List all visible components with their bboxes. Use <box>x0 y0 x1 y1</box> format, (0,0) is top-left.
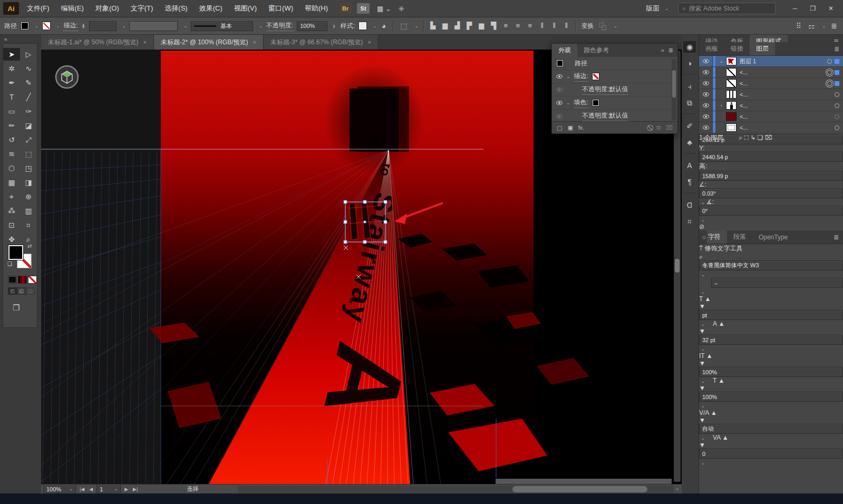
stroke-weight-field[interactable] <box>89 21 117 31</box>
pathfinder-panel-icon[interactable]: ⧉ <box>683 97 696 109</box>
distribute-v-center-icon[interactable]: ≡ <box>514 22 521 30</box>
menu-item-1[interactable]: 编辑(E) <box>55 0 90 17</box>
visibility-eye-icon[interactable] <box>556 114 563 119</box>
glyphs-panel-icon[interactable]: Ɑ <box>683 199 696 211</box>
panel-menu-icon[interactable]: ≣ <box>668 47 673 54</box>
symbol-sprayer-tool[interactable]: ⁂ <box>3 205 20 217</box>
horizontal-scrollbar[interactable] <box>238 486 673 493</box>
kerning-field[interactable]: 自动 <box>699 424 843 434</box>
layer-visibility-icon[interactable] <box>703 92 709 96</box>
pen-tool[interactable]: ✒ <box>3 76 20 89</box>
default-fill-stroke-icon[interactable]: ❏ <box>7 261 12 267</box>
panel-scrollbar[interactable] <box>672 59 676 121</box>
target-circle-icon[interactable] <box>835 125 839 130</box>
perspective-grid-widget[interactable] <box>56 66 78 88</box>
layer-row-1[interactable]: <... <box>699 67 843 78</box>
visibility-eye-icon[interactable] <box>556 101 563 105</box>
layer-row-3[interactable]: <... <box>699 89 843 100</box>
tab-layers[interactable]: 图层 <box>750 42 775 55</box>
type-tool[interactable]: T <box>3 91 20 103</box>
layer-row-0[interactable]: ⌄图层 1 <box>699 56 843 67</box>
draw-behind-button[interactable]: ◱ <box>17 287 26 295</box>
share-icon[interactable]: ⁜ <box>399 5 404 13</box>
fill-attr-swatch[interactable] <box>592 99 599 106</box>
none-mode-button[interactable] <box>28 276 37 284</box>
collapse-panel-icon[interactable]: » <box>661 47 664 54</box>
tab-links[interactable]: 链接 <box>724 42 750 55</box>
opacity-field[interactable]: 100% <box>297 21 327 31</box>
search-input[interactable]: ⌕ 搜索 Adobe Stock <box>678 3 776 14</box>
menu-item-5[interactable]: 效果(C) <box>193 0 228 17</box>
rectangle-tool[interactable]: ▭ <box>3 105 20 118</box>
next-artboard-icon[interactable]: ▶ <box>123 487 129 492</box>
visibility-eye-icon[interactable] <box>556 88 563 92</box>
menu-item-0[interactable]: 文件(F) <box>21 0 55 17</box>
fill-attr-label[interactable]: 填色: <box>574 98 588 108</box>
close-tab-icon[interactable]: × <box>143 39 147 45</box>
layer-visibility-icon[interactable] <box>703 59 709 63</box>
gradient-panel-icon[interactable]: ◑ <box>683 57 696 69</box>
fill-stroke-control[interactable]: ⇄ ❏ <box>8 245 33 269</box>
opacity-expand-icon[interactable]: › <box>331 22 337 30</box>
align-bottom-icon[interactable]: ▜ <box>490 22 497 30</box>
hand-tool[interactable]: ✥ <box>3 233 20 246</box>
mesh-tool[interactable]: ▦ <box>3 176 20 189</box>
document-tab-3[interactable]: 未标题-3* @ 66.67% (RGB/预览)× <box>264 35 379 50</box>
gradient-tool[interactable]: ◨ <box>20 176 37 189</box>
horizontal-scrollbar-thumb[interactable] <box>512 486 647 492</box>
menu-item-6[interactable]: 视图(V) <box>228 0 263 17</box>
variable-width-select[interactable] <box>129 21 178 31</box>
layer-visibility-icon[interactable] <box>703 114 709 119</box>
layer-row-6[interactable]: <... <box>699 122 843 133</box>
recolor-artwork-icon[interactable]: ◕ <box>380 22 387 30</box>
chevron-down-icon[interactable]: ⌄ <box>566 100 570 105</box>
fill-swatch[interactable] <box>21 22 29 30</box>
free-transform-tool[interactable]: ⬚ <box>20 148 37 160</box>
align-h-center-icon[interactable]: ▆ <box>441 22 449 30</box>
first-artboard-icon[interactable]: |◀ <box>79 487 85 492</box>
layer-name[interactable]: <... <box>740 102 748 109</box>
layer-row-5[interactable]: <... <box>699 111 843 122</box>
tracking-field[interactable]: 0 <box>699 449 843 459</box>
arrange-documents-icon[interactable]: ▦ ⌄ <box>377 5 391 13</box>
eyedropper-tool[interactable]: ⌖ <box>3 190 20 203</box>
artboard-tool[interactable]: ⊡ <box>3 219 20 231</box>
constrain-proportions-icon[interactable]: ⊘ <box>699 223 704 230</box>
magic-wand-tool[interactable]: ✲ <box>3 62 20 75</box>
align-panel-icon[interactable]: ⫞ <box>683 81 696 92</box>
tab-color-guide[interactable]: 颜色参考 <box>577 44 615 57</box>
add-stroke-icon[interactable]: ▢ <box>557 124 562 131</box>
fill-color-well[interactable] <box>8 245 23 260</box>
selection-tool[interactable]: ➤ <box>3 48 20 61</box>
layer-name[interactable]: <... <box>740 124 748 131</box>
shear-field[interactable]: 0° <box>699 206 843 216</box>
close-button[interactable]: ✕ <box>822 2 840 15</box>
zoom-level-field[interactable]: 100%⌄ <box>43 484 76 494</box>
workspace-grid-icon[interactable]: ⠿ <box>794 22 803 30</box>
selection-indicator[interactable] <box>835 70 839 75</box>
new-sublayer-icon[interactable]: ↳ <box>750 134 755 141</box>
panel-dock-icon[interactable]: ⚏ <box>807 22 817 30</box>
fill-opacity-label[interactable]: 不透明度:默认值 <box>582 111 628 121</box>
font-size-field[interactable]: pt <box>699 310 843 320</box>
stroke-attr-swatch[interactable] <box>592 73 599 80</box>
align-right-icon[interactable]: ▟ <box>453 22 461 30</box>
paragraph-styles-panel-icon[interactable]: ¶ <box>683 176 696 188</box>
tab-artboards[interactable]: 画板 <box>699 42 724 55</box>
distribute-left-icon[interactable]: ⫴ <box>538 22 546 30</box>
target-circle-icon[interactable] <box>835 92 839 97</box>
eraser-tool[interactable]: ◪ <box>20 119 37 132</box>
distribute-h-center-icon[interactable]: ⫴ <box>550 22 558 30</box>
artboards-panel-icon[interactable]: ⌗ <box>683 216 696 227</box>
artboard-number-field[interactable]: 1⌄ <box>96 484 121 494</box>
width-tool[interactable]: ≋ <box>3 148 20 160</box>
minimize-button[interactable]: ─ <box>786 2 804 15</box>
slice-tool[interactable]: ⌗ <box>20 219 37 231</box>
shaper-tool[interactable]: ✏ <box>3 119 20 132</box>
workspace-switcher[interactable]: 版面 <box>646 4 660 13</box>
target-circle-icon[interactable] <box>827 81 832 86</box>
locate-object-icon[interactable]: ⌕ <box>739 134 742 141</box>
target-circle-icon[interactable] <box>835 103 839 108</box>
distribute-top-icon[interactable]: ≡ <box>502 22 509 30</box>
menu-item-8[interactable]: 帮助(H) <box>299 0 334 17</box>
